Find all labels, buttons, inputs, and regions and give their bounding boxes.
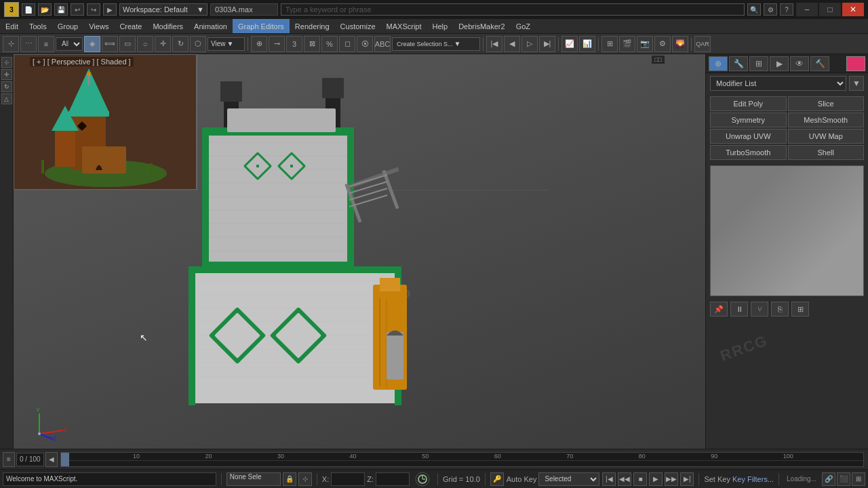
- ref-coord-btn[interactable]: ⊕: [251, 36, 267, 52]
- panel-tab-utility[interactable]: 🔨: [810, 56, 829, 71]
- help-btn[interactable]: ?: [780, 3, 793, 16]
- maximize-btn[interactable]: □: [819, 3, 841, 16]
- x-input[interactable]: [331, 472, 365, 486]
- timeline-thumb[interactable]: [61, 453, 69, 466]
- pb-last-btn[interactable]: ▶|: [680, 472, 694, 486]
- vt-scale-btn[interactable]: △: [1, 94, 12, 104]
- snap2d-btn[interactable]: ⊠: [304, 36, 320, 52]
- render-prod-btn[interactable]: 📷: [637, 36, 653, 52]
- color-swatch[interactable]: [846, 56, 865, 71]
- symmetry-btn[interactable]: Symmetry: [710, 113, 787, 127]
- ref-btn[interactable]: ⊹: [298, 472, 312, 486]
- layer-mgr-btn[interactable]: ⊞: [601, 36, 618, 52]
- menu-create[interactable]: Create: [114, 19, 147, 33]
- timeline-prev-btn[interactable]: ◀: [45, 452, 58, 467]
- mod-pin-btn[interactable]: 📌: [710, 302, 728, 317]
- z-input[interactable]: [376, 472, 410, 486]
- modifier-dropdown-arrow[interactable]: ▼: [849, 76, 864, 91]
- tb-extra-btn[interactable]: ▶: [103, 3, 117, 16]
- tb-new-btn[interactable]: 📄: [22, 3, 35, 16]
- select-btn[interactable]: ◈: [84, 36, 100, 52]
- timeline-layer-btn[interactable]: ≡: [3, 452, 15, 467]
- anim-set-btn[interactable]: |◀: [486, 36, 502, 52]
- tb-open-btn[interactable]: 📂: [38, 3, 52, 16]
- panel-tab-display[interactable]: 👁: [790, 56, 809, 71]
- menu-debrismake[interactable]: DebrisMaker2: [453, 19, 510, 33]
- panel-tab-motion[interactable]: ▶: [770, 56, 789, 71]
- meshsmooth-btn[interactable]: MeshSmooth: [788, 113, 865, 127]
- menu-modifiers[interactable]: Modifiers: [147, 19, 189, 33]
- menu-maxscript[interactable]: MAXScript: [381, 19, 427, 33]
- anim-next-btn[interactable]: ▶|: [539, 36, 555, 52]
- menu-group[interactable]: Group: [52, 19, 84, 33]
- vt-sel-btn[interactable]: ⊹: [1, 57, 12, 68]
- key-icon-btn[interactable]: 🔑: [490, 472, 504, 486]
- shell-btn[interactable]: Shell: [788, 145, 865, 160]
- view-select[interactable]: View▼: [208, 37, 245, 51]
- vt-move-btn[interactable]: ✛: [1, 69, 12, 80]
- tb-undo-btn[interactable]: ↩: [71, 3, 84, 16]
- menu-graph-editors[interactable]: Graph Editors: [233, 19, 290, 33]
- menu-tools[interactable]: Tools: [24, 19, 52, 33]
- tb-save-btn[interactable]: 💾: [54, 3, 68, 16]
- create-selection-btn[interactable]: Create Selection S...▼: [392, 37, 480, 51]
- edit-poly-btn[interactable]: Edit Poly: [710, 96, 787, 111]
- nav-btn-1[interactable]: ⬛: [837, 472, 850, 486]
- link-btn[interactable]: 🔗: [822, 472, 835, 486]
- unwrap-uvw-btn[interactable]: Unwrap UVW: [710, 129, 787, 144]
- pb-next-btn[interactable]: ▶▶: [665, 472, 678, 486]
- zoom-btn[interactable]: ⚙: [764, 3, 777, 16]
- menu-help[interactable]: Help: [427, 19, 454, 33]
- modifier-list-select[interactable]: Modifier List: [710, 76, 846, 91]
- render-setup-btn[interactable]: ⚙: [654, 36, 671, 52]
- transform-btn[interactable]: ✛: [155, 36, 171, 52]
- rotate-btn[interactable]: ↻: [172, 36, 189, 52]
- anim-prev-btn[interactable]: ◀: [504, 36, 520, 52]
- pct-snap-btn[interactable]: ◻: [339, 36, 355, 52]
- filter-select[interactable]: All: [56, 37, 83, 51]
- curve-editor-btn[interactable]: 📈: [561, 36, 578, 52]
- viewport-area[interactable]: ⊹ ✛ ↻ △ RRCG RRCG RRCG RRCG: [0, 54, 705, 449]
- spinner-snap-btn[interactable]: ⦿: [357, 36, 373, 52]
- none-select-dropdown[interactable]: None Sele: [226, 472, 281, 486]
- vt-rot-btn[interactable]: ↻: [1, 81, 12, 92]
- pivot-btn[interactable]: ⊸: [269, 36, 285, 52]
- mod-pause-btn[interactable]: ⏸: [730, 302, 748, 317]
- mod-copy-btn[interactable]: ⎘: [771, 302, 789, 317]
- mod-fork-btn[interactable]: ⑂: [751, 302, 768, 317]
- search-btn[interactable]: 🔍: [747, 3, 761, 16]
- ang-snap-btn[interactable]: %: [321, 36, 338, 52]
- anim-play-btn[interactable]: ▷: [521, 36, 538, 52]
- pb-prev-btn[interactable]: ◀◀: [618, 472, 631, 486]
- menu-views[interactable]: Views: [83, 19, 114, 33]
- panel-tab-hierarchy[interactable]: ⊞: [749, 56, 768, 71]
- edit-named-btn[interactable]: ABC: [374, 36, 391, 52]
- keyfilters-label[interactable]: Key Filters...: [732, 475, 774, 483]
- move-btn[interactable]: ⟺: [102, 36, 118, 52]
- search-bar[interactable]: Type a keyword or phrase: [281, 3, 745, 16]
- dope-sheet-btn[interactable]: 📊: [579, 36, 595, 52]
- lock-btn[interactable]: 🔒: [283, 472, 296, 486]
- rect-sel-btn[interactable]: ▭: [119, 36, 136, 52]
- panel-tab-create[interactable]: ⊕: [709, 56, 728, 71]
- pb-stop-btn[interactable]: ■: [633, 472, 647, 486]
- nav-btn-2[interactable]: ⊞: [852, 472, 865, 486]
- close-btn[interactable]: ✕: [842, 3, 864, 16]
- menu-customize[interactable]: Customize: [335, 19, 381, 33]
- mod-config-btn[interactable]: ⊞: [791, 302, 809, 317]
- quick-btn[interactable]: QAR: [694, 36, 711, 52]
- snap-btn[interactable]: 3: [286, 36, 302, 52]
- uvw-map-btn[interactable]: UVW Map: [788, 129, 865, 144]
- pb-first-btn[interactable]: |◀: [602, 472, 616, 486]
- menu-animation[interactable]: Animation: [189, 19, 233, 33]
- menu-rendering[interactable]: Rendering: [290, 19, 335, 33]
- workspace-selector[interactable]: Workspace: Default ▼: [119, 3, 208, 16]
- pb-play-btn[interactable]: ▶: [649, 472, 663, 486]
- timeline-track[interactable]: 0 10 20 30 40 50 60 70 80 90 100: [60, 452, 864, 467]
- slice-btn[interactable]: Slice: [788, 96, 865, 111]
- render-frame-btn[interactable]: 🎬: [619, 36, 635, 52]
- render-env-btn[interactable]: 🌄: [672, 36, 688, 52]
- panel-tab-modify[interactable]: 🔧: [729, 56, 748, 71]
- circ-sel-btn[interactable]: ○: [137, 36, 153, 52]
- turbosmooth-btn[interactable]: TurboSmooth: [710, 145, 787, 160]
